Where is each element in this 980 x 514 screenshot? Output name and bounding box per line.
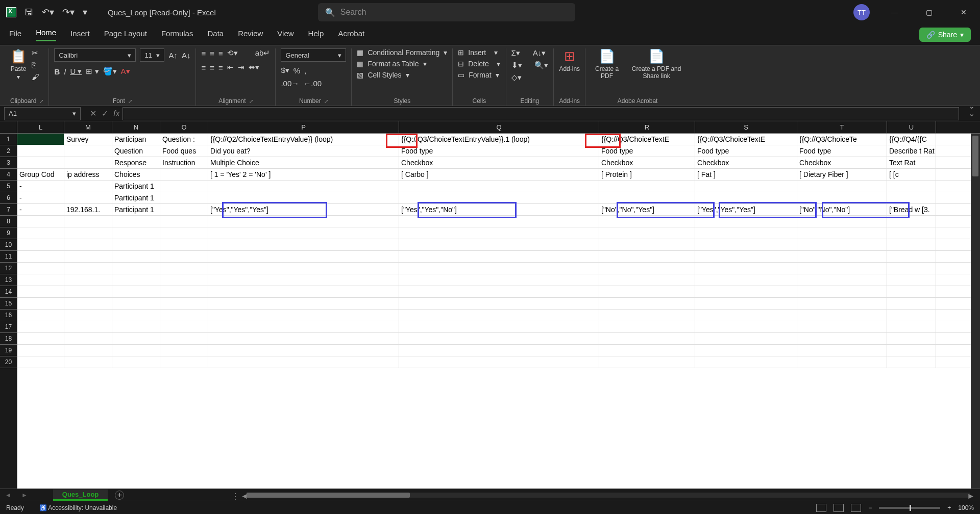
row-header-20[interactable]: 20 — [0, 356, 17, 368]
fill-icon[interactable]: ⬇▾ — [511, 61, 522, 70]
cell-T3[interactable]: Checkbox — [797, 157, 887, 168]
cell-N18[interactable] — [112, 333, 160, 344]
cell-Q10[interactable] — [399, 239, 599, 250]
paste-button[interactable]: 📋 Paste ▾ — [10, 48, 27, 81]
cell-P14[interactable] — [208, 286, 399, 297]
currency-icon[interactable]: $▾ — [281, 66, 289, 75]
cell-O8[interactable] — [160, 216, 208, 227]
cell-O20[interactable] — [160, 356, 208, 368]
column-header-P[interactable]: P — [208, 121, 399, 133]
cell-T11[interactable] — [797, 251, 887, 262]
cell-S7[interactable]: ["Yes","Yes","Yes"] — [695, 204, 797, 215]
tab-formulas[interactable]: Formulas — [161, 29, 193, 41]
autosum-icon[interactable]: Σ▾ — [511, 48, 520, 58]
cell-O17[interactable] — [160, 321, 208, 332]
column-header-O[interactable]: O — [160, 121, 208, 133]
row-header-13[interactable]: 13 — [0, 274, 17, 286]
cell-R17[interactable] — [599, 321, 695, 332]
horizontal-scrollbar[interactable]: ⋮ ◄ ► — [129, 492, 975, 499]
cell-M2[interactable] — [64, 145, 112, 157]
cell-M19[interactable] — [64, 345, 112, 356]
percent-icon[interactable]: % — [293, 66, 300, 75]
cell-M13[interactable] — [64, 274, 112, 286]
cell-S20[interactable] — [695, 356, 797, 368]
cell-N19[interactable] — [112, 345, 160, 356]
row-header-12[interactable]: 12 — [0, 263, 17, 274]
row-header-19[interactable]: 19 — [0, 345, 17, 356]
cell-T2[interactable]: Food type — [797, 145, 887, 157]
cell-Q14[interactable] — [399, 286, 599, 297]
row-header-11[interactable]: 11 — [0, 251, 17, 263]
cell-O4[interactable] — [160, 169, 208, 180]
cell-U13[interactable] — [887, 274, 936, 286]
column-header-R[interactable]: R — [599, 121, 695, 133]
cell-T16[interactable] — [797, 310, 887, 321]
cell-Q11[interactable] — [399, 251, 599, 262]
cell-S2[interactable]: Food type — [695, 145, 797, 157]
cell-U16[interactable] — [887, 310, 936, 321]
launcher-icon[interactable]: ⤢ — [324, 98, 328, 104]
cell-M1[interactable]: Survey — [64, 134, 112, 145]
cell-S11[interactable] — [695, 251, 797, 262]
cell-M12[interactable] — [64, 263, 112, 274]
cell-T5[interactable] — [797, 181, 887, 192]
cell-Q9[interactable] — [399, 227, 599, 239]
cell-R11[interactable] — [599, 251, 695, 262]
cell-N8[interactable] — [112, 216, 160, 227]
row-header-6[interactable]: 6 — [0, 192, 17, 204]
bold-button[interactable]: B — [54, 67, 60, 76]
cell-P7[interactable]: ["Yes","Yes","Yes"] — [208, 204, 399, 215]
cell-P13[interactable] — [208, 274, 399, 286]
decrease-font-icon[interactable]: A↓ — [182, 51, 191, 60]
cell-M20[interactable] — [64, 356, 112, 368]
row-header-18[interactable]: 18 — [0, 333, 17, 345]
cell-M18[interactable] — [64, 333, 112, 344]
cell-T1[interactable]: {{Q://Q3/ChoiceTe — [797, 134, 887, 145]
increase-indent-icon[interactable]: ⇥ — [238, 63, 244, 72]
format-button[interactable]: ▭Format ▾ — [458, 71, 499, 79]
launcher-icon[interactable]: ⤢ — [249, 98, 253, 104]
align-left-icon[interactable]: ≡ — [201, 63, 206, 72]
cell-P16[interactable] — [208, 310, 399, 321]
cell-R13[interactable] — [599, 274, 695, 286]
tab-acrobat[interactable]: Acrobat — [338, 29, 364, 41]
cell-O3[interactable]: Instruction — [160, 157, 208, 168]
increase-decimal-icon[interactable]: .00→ — [281, 79, 299, 88]
name-box[interactable]: A1▾ — [4, 107, 81, 120]
cell-P4[interactable]: [ 1 = 'Yes' 2 = 'No' ] — [208, 169, 399, 180]
cell-U5[interactable] — [887, 181, 936, 192]
row-header-7[interactable]: 7 — [0, 204, 17, 216]
clear-icon[interactable]: ◇▾ — [511, 73, 522, 82]
merge-button[interactable]: ⬌▾ — [249, 63, 259, 72]
addins-button[interactable]: ⊞ Add-ins — [559, 48, 580, 72]
cell-P6[interactable] — [208, 192, 399, 203]
cell-M17[interactable] — [64, 321, 112, 332]
launcher-icon[interactable]: ⤢ — [39, 98, 43, 104]
cell-O15[interactable] — [160, 298, 208, 309]
cell-O2[interactable]: Food ques — [160, 145, 208, 157]
cell-N10[interactable] — [112, 239, 160, 250]
column-header-U[interactable]: U — [887, 121, 936, 133]
cell-T12[interactable] — [797, 263, 887, 274]
qat-dropdown-icon[interactable]: ▾ — [83, 7, 87, 18]
increase-font-icon[interactable]: A↑ — [168, 51, 178, 60]
cell-R19[interactable] — [599, 345, 695, 356]
cell-L2[interactable] — [17, 145, 64, 157]
cell-O14[interactable] — [160, 286, 208, 297]
cell-L18[interactable] — [17, 333, 64, 344]
row-header-2[interactable]: 2 — [0, 145, 17, 157]
cells-area[interactable]: SurveyParticipanQuestion :{{Q://Q2/Choic… — [17, 134, 980, 492]
cell-Q17[interactable] — [399, 321, 599, 332]
cell-L12[interactable] — [17, 263, 64, 274]
font-color-button[interactable]: A▾ — [121, 67, 130, 76]
tab-insert[interactable]: Insert — [70, 29, 90, 41]
cell-L6[interactable]: - — [17, 192, 64, 203]
row-header-8[interactable]: 8 — [0, 216, 17, 227]
enter-formula-icon[interactable]: ✓ — [102, 109, 108, 118]
cell-M11[interactable] — [64, 251, 112, 262]
row-header-17[interactable]: 17 — [0, 321, 17, 333]
cell-N2[interactable]: Question — [112, 145, 160, 157]
cell-L9[interactable] — [17, 227, 64, 239]
fill-color-button[interactable]: 🪣▾ — [103, 67, 117, 76]
cell-M5[interactable] — [64, 181, 112, 192]
